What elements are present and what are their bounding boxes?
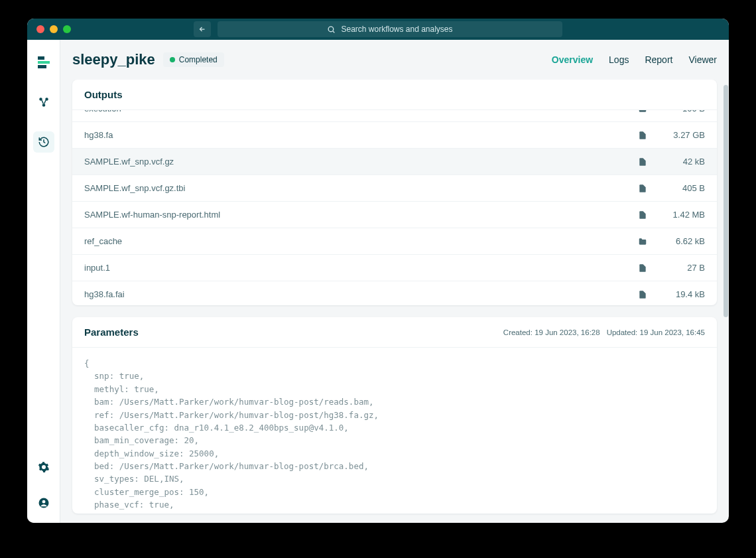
- parameters-updated: Updated: 19 Jun 2023, 16:45: [607, 328, 705, 336]
- output-row[interactable]: ref_cache6.62 kB: [72, 228, 717, 255]
- output-size: 100 B: [659, 109, 705, 113]
- file-icon: [636, 184, 649, 193]
- output-row[interactable]: input.127 B: [72, 255, 717, 281]
- sidebar-history[interactable]: [33, 131, 54, 153]
- output-name: input.1: [84, 263, 636, 273]
- folder-icon: [636, 109, 649, 113]
- back-button[interactable]: [194, 21, 211, 37]
- titlebar: Search workflows and analyses: [27, 19, 729, 40]
- svg-point-5: [42, 500, 45, 504]
- sidebar-account[interactable]: [33, 492, 54, 514]
- outputs-card: Outputs execution100 Bhg38.fa3.27 GBSAMP…: [72, 80, 717, 305]
- tab-viewer[interactable]: Viewer: [688, 54, 717, 65]
- output-row[interactable]: SAMPLE.wf_snp.vcf.gz.tbi405 B: [72, 175, 717, 202]
- main-panel: sleepy_pike Completed Overview Logs Repo…: [60, 40, 729, 523]
- output-size: 27 B: [659, 263, 705, 273]
- tab-logs[interactable]: Logs: [609, 54, 629, 65]
- output-size: 42 kB: [659, 157, 705, 167]
- app-body: sleepy_pike Completed Overview Logs Repo…: [27, 40, 729, 523]
- parameters-header: Parameters Created: 19 Jun 2023, 16:28 U…: [72, 317, 717, 347]
- gear-icon: [38, 461, 50, 473]
- logo-icon: [38, 56, 50, 68]
- output-size: 405 B: [659, 183, 705, 193]
- sidebar-settings[interactable]: [33, 456, 54, 478]
- search-placeholder: Search workflows and analyses: [341, 25, 452, 34]
- file-icon: [636, 131, 649, 140]
- file-icon: [636, 210, 649, 220]
- page-title: sleepy_pike: [72, 51, 155, 68]
- output-row[interactable]: SAMPLE.wf_snp.vcf.gz42 kB: [72, 149, 717, 175]
- file-icon: [636, 157, 649, 167]
- output-name: SAMPLE.wf_snp.vcf.gz.tbi: [84, 183, 636, 193]
- user-icon: [38, 497, 50, 509]
- svg-point-0: [329, 27, 334, 32]
- parameters-title: Parameters: [84, 326, 139, 338]
- output-row[interactable]: hg38.fa.fai19.4 kB: [72, 281, 717, 305]
- page-header: sleepy_pike Completed Overview Logs Repo…: [60, 40, 729, 80]
- outputs-header: Outputs: [72, 80, 717, 109]
- sidebar-workflows[interactable]: [33, 92, 54, 113]
- status-dot-icon: [170, 57, 175, 62]
- parameters-card: Parameters Created: 19 Jun 2023, 16:28 U…: [72, 317, 717, 514]
- minimize-window-button[interactable]: [50, 25, 58, 33]
- app-window: Search workflows and analyses: [27, 19, 729, 523]
- output-row[interactable]: SAMPLE.wf-human-snp-report.html1.42 MB: [72, 202, 717, 228]
- tab-report[interactable]: Report: [645, 54, 672, 65]
- file-icon: [636, 290, 649, 299]
- file-icon: [636, 263, 649, 273]
- parameters-created: Created: 19 Jun 2023, 16:28: [503, 328, 600, 336]
- output-size: 1.42 MB: [659, 210, 705, 220]
- search-icon: [327, 25, 336, 34]
- sidebar: [27, 40, 60, 523]
- outputs-title: Outputs: [84, 89, 123, 100]
- page-content: Outputs execution100 Bhg38.fa3.27 GBSAMP…: [60, 80, 729, 523]
- main-scrollbar[interactable]: [724, 85, 728, 317]
- output-name: hg38.fa.fai: [84, 289, 636, 299]
- status-label: Completed: [179, 55, 218, 64]
- output-name: hg38.fa: [84, 130, 636, 140]
- maximize-window-button[interactable]: [63, 25, 71, 33]
- output-row[interactable]: hg38.fa3.27 GB: [72, 122, 717, 149]
- titlebar-center: Search workflows and analyses: [194, 21, 562, 37]
- search-input[interactable]: Search workflows and analyses: [218, 21, 562, 37]
- parameters-body[interactable]: { snp: true, methyl: true, bam: /Users/M…: [72, 347, 717, 514]
- svg-point-3: [42, 104, 45, 107]
- output-size: 19.4 kB: [659, 289, 705, 299]
- output-name: ref_cache: [84, 236, 636, 246]
- workflow-icon: [38, 96, 50, 108]
- status-badge: Completed: [163, 52, 224, 67]
- window-controls: [36, 25, 71, 33]
- page-tabs: Overview Logs Report Viewer: [552, 54, 717, 65]
- output-name: execution: [84, 109, 636, 113]
- close-window-button[interactable]: [36, 25, 44, 33]
- output-name: SAMPLE.wf_snp.vcf.gz: [84, 157, 636, 167]
- history-icon: [38, 136, 50, 148]
- output-size: 3.27 GB: [659, 130, 705, 140]
- output-name: SAMPLE.wf-human-snp-report.html: [84, 210, 636, 220]
- parameters-meta: Created: 19 Jun 2023, 16:28 Updated: 19 …: [503, 328, 705, 336]
- output-size: 6.62 kB: [659, 236, 705, 246]
- outputs-list[interactable]: execution100 Bhg38.fa3.27 GBSAMPLE.wf_sn…: [72, 109, 717, 305]
- folder-icon: [636, 237, 649, 246]
- tab-overview[interactable]: Overview: [552, 54, 593, 65]
- sidebar-logo[interactable]: [33, 52, 54, 73]
- output-row[interactable]: execution100 B: [72, 109, 717, 122]
